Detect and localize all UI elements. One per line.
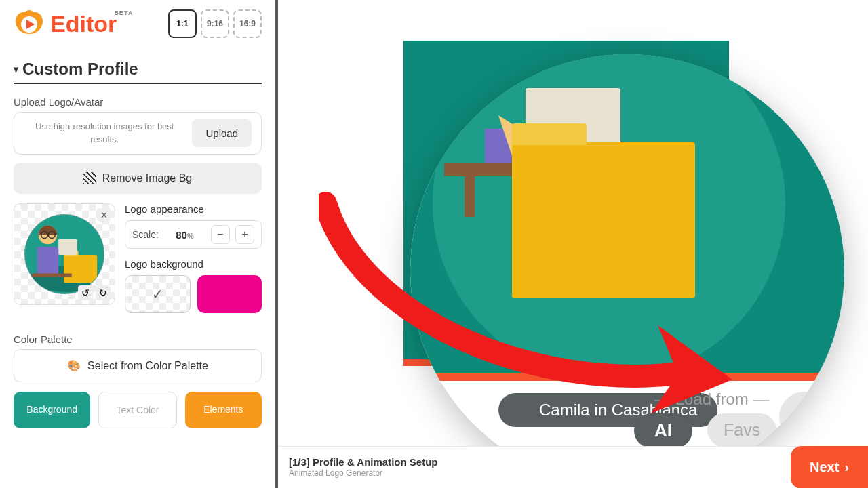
logo-bg-label: Logo background — [125, 258, 262, 270]
go-button[interactable]: 👆 — [779, 392, 844, 442]
upload-hint: Use high-resolution images for best resu… — [24, 121, 192, 145]
load-from-label: — Load from — — [654, 390, 769, 409]
avatar-illustration — [25, 215, 104, 293]
palette-icon: 🎨 — [67, 359, 81, 372]
remove-bg-label: Remove Image Bg — [102, 172, 193, 184]
close-icon[interactable]: ✕ — [97, 208, 111, 222]
scale-label: Scale: — [132, 229, 159, 240]
load-ai-button[interactable]: AI — [634, 413, 692, 448]
go-highlight — [794, 399, 831, 435]
aspect-ratio-group: 1:1 9:16 16:9 — [168, 9, 262, 38]
next-button[interactable]: Next › — [791, 446, 868, 488]
logo-preview[interactable]: ✕ ↺ ↻ — [14, 203, 115, 305]
bg-solid-option[interactable] — [197, 275, 262, 313]
palette-title: Color Palette — [14, 333, 262, 345]
scale-plus-button[interactable]: + — [235, 225, 254, 244]
footer-subtitle: Animated Logo Generator — [289, 468, 437, 479]
section-custom-profile[interactable]: ▾ Custom Profile — [14, 60, 262, 84]
svg-rect-9 — [32, 274, 72, 277]
chevron-right-icon: › — [844, 460, 849, 475]
section-title-label: Custom Profile — [22, 60, 138, 79]
chevron-down-icon: ▾ — [14, 64, 18, 75]
next-label: Next — [810, 460, 839, 475]
preview-row: ✕ ↺ ↻ Logo a — [14, 203, 262, 313]
bg-options: ✓ — [125, 275, 262, 313]
beta-badge: BETA — [114, 9, 133, 16]
remove-bg-button[interactable]: Remove Image Bg — [14, 163, 262, 194]
ratio-9-16[interactable]: 9:16 — [201, 9, 229, 38]
rotate-buttons: ↺ ↻ — [78, 285, 111, 300]
magnifier-overlay: Camila in Casablanca — Load from — AI Fa… — [410, 54, 844, 488]
scale-control: Scale: 80% − + — [125, 220, 262, 249]
folder-illustration — [512, 142, 695, 298]
app-name: EditorBETA — [50, 11, 117, 37]
check-icon: ✓ — [152, 286, 163, 302]
logo-controls: Logo appearance Scale: 80% − + Logo back… — [125, 203, 262, 313]
svg-rect-4 — [58, 239, 77, 255]
footer: [1/3] Profile & Animation Setup Animated… — [278, 446, 868, 488]
select-palette-button[interactable]: 🎨 Select from Color Palette — [14, 349, 262, 382]
chip-background[interactable]: Background — [14, 392, 90, 428]
scale-value: 80% — [164, 229, 205, 241]
ratio-16-9[interactable]: 16:9 — [233, 9, 262, 38]
preview-circle — [24, 214, 104, 294]
palette-chips: Background Text Color Elements — [14, 392, 262, 428]
select-palette-label: Select from Color Palette — [87, 360, 208, 372]
bg-transparent-option[interactable]: ✓ — [125, 275, 191, 313]
header: EditorBETA 1:1 9:16 16:9 — [14, 8, 262, 39]
svg-rect-12 — [465, 176, 475, 217]
load-favs-button[interactable]: Favs — [707, 413, 776, 447]
sidebar: EditorBETA 1:1 9:16 16:9 ▾ Custom Profil… — [0, 0, 278, 488]
appearance-label: Logo appearance — [125, 203, 262, 215]
ratio-1-1[interactable]: 1:1 — [168, 9, 197, 38]
svg-rect-2 — [64, 255, 97, 283]
svg-rect-5 — [37, 247, 58, 274]
rotate-right-icon[interactable]: ↻ — [96, 285, 111, 300]
hatch-icon — [83, 172, 96, 184]
upload-label: Upload Logo/Avatar — [14, 96, 262, 108]
chip-elements[interactable]: Elements — [185, 392, 262, 428]
cursor-hand-icon: 👆 — [806, 407, 823, 423]
chip-text-color[interactable]: Text Color — [98, 392, 176, 428]
upload-box: Use high-resolution images for best resu… — [14, 112, 262, 155]
logo: EditorBETA — [14, 8, 117, 39]
scale-minus-button[interactable]: − — [211, 225, 230, 244]
rotate-left-icon[interactable]: ↺ — [78, 285, 93, 300]
app-logo-icon — [14, 8, 45, 39]
upload-button[interactable]: Upload — [192, 119, 252, 147]
footer-step: [1/3] Profile & Animation Setup — [289, 455, 437, 469]
canvas: Camila in Casablanca — Load from — AI Fa… — [278, 0, 868, 488]
